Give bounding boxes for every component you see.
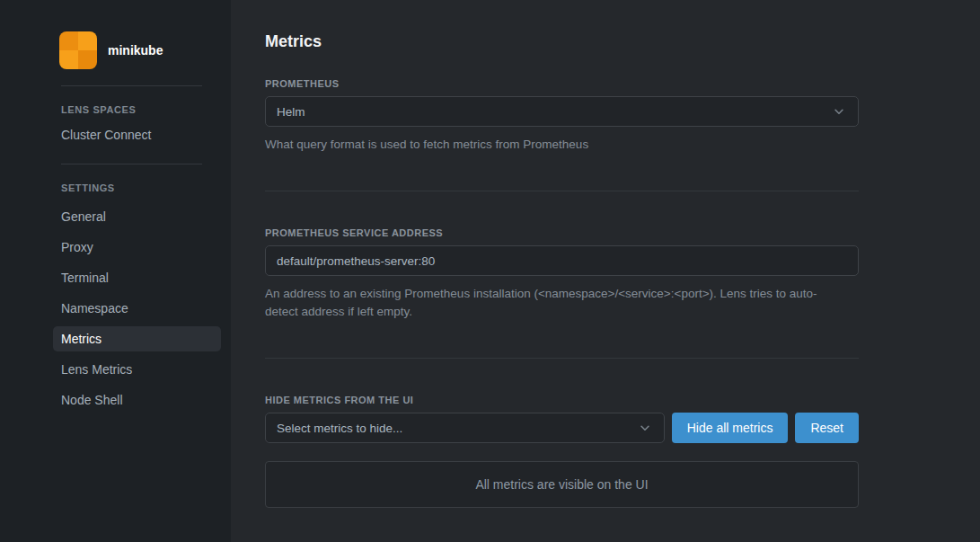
logo-quadrant xyxy=(78,50,97,69)
sidebar-item-general[interactable]: General xyxy=(53,204,221,229)
prometheus-format-select-value: Helm xyxy=(277,105,305,119)
reset-button[interactable]: Reset xyxy=(795,413,859,443)
sidebar-item-cluster-connect[interactable]: Cluster Connect xyxy=(53,122,221,147)
prometheus-label: PROMETHEUS xyxy=(265,78,859,89)
cluster-name: minikube xyxy=(108,43,163,58)
metrics-settings-page: Metrics PROMETHEUS Helm What query forma… xyxy=(231,0,980,542)
prometheus-format-select[interactable]: Helm xyxy=(265,96,859,127)
prometheus-helper-text: What query format is used to fetch metri… xyxy=(265,136,844,154)
sidebar-divider xyxy=(61,164,202,164)
settings-sidebar: minikube LENS SPACES Cluster Connect SET… xyxy=(0,0,231,542)
logo-quadrant xyxy=(78,31,97,50)
sidebar-item-lens-metrics[interactable]: Lens Metrics xyxy=(53,357,221,382)
sidebar-divider xyxy=(61,85,202,86)
metrics-status-message: All metrics are visible on the UI xyxy=(475,477,648,492)
service-address-section: PROMETHEUS SERVICE ADDRESS An address to… xyxy=(265,227,859,321)
section-divider xyxy=(265,358,859,359)
sidebar-item-metrics[interactable]: Metrics xyxy=(53,326,221,351)
minikube-logo-icon xyxy=(59,31,97,69)
service-address-input[interactable] xyxy=(265,245,859,276)
logo-quadrant xyxy=(59,31,78,50)
service-address-label: PROMETHEUS SERVICE ADDRESS xyxy=(265,227,859,238)
settings-heading: SETTINGS xyxy=(61,182,231,193)
hide-metrics-label: HIDE METRICS FROM THE UI xyxy=(265,395,859,405)
cluster-header: minikube xyxy=(59,31,231,69)
metrics-status-panel: All metrics are visible on the UI xyxy=(265,461,859,508)
chevron-down-icon xyxy=(833,105,845,118)
prometheus-section: PROMETHEUS Helm What query format is use… xyxy=(265,78,859,154)
service-address-helper-text: An address to an existing Prometheus ins… xyxy=(265,285,844,321)
logo-quadrant xyxy=(59,50,78,69)
hide-metrics-select-placeholder: Select metrics to hide... xyxy=(277,422,402,435)
sidebar-item-namespace[interactable]: Namespace xyxy=(53,296,221,321)
lens-spaces-heading: LENS SPACES xyxy=(61,104,231,115)
sidebar-item-node-shell[interactable]: Node Shell xyxy=(53,387,221,413)
sidebar-item-terminal[interactable]: Terminal xyxy=(53,265,221,290)
hide-all-metrics-button[interactable]: Hide all metrics xyxy=(672,413,789,443)
settings-nav: General Proxy Terminal Namespace Metrics… xyxy=(0,204,231,413)
sidebar-item-proxy[interactable]: Proxy xyxy=(53,235,221,260)
hide-metrics-section: HIDE METRICS FROM THE UI Select metrics … xyxy=(265,395,859,508)
hide-metrics-select[interactable]: Select metrics to hide... xyxy=(265,413,665,443)
page-title: Metrics xyxy=(265,32,859,51)
chevron-down-icon xyxy=(639,422,651,434)
section-divider xyxy=(265,191,859,191)
